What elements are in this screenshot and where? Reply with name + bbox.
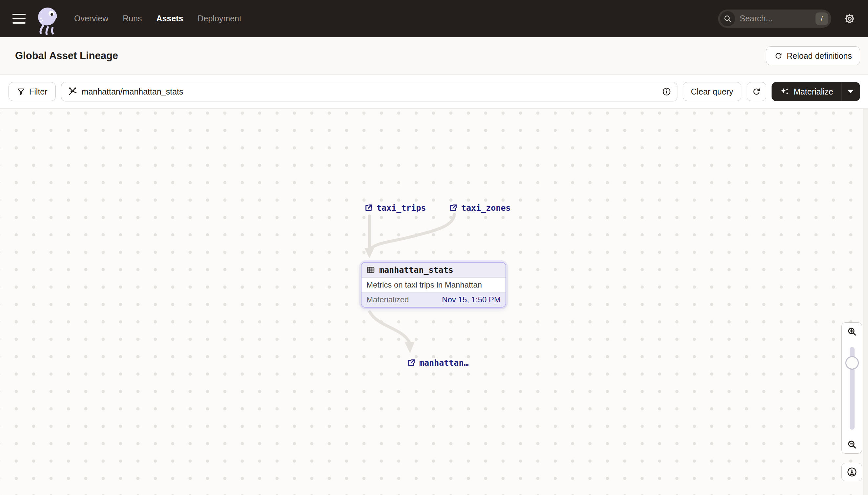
asset-card-header: manhattan_stats xyxy=(361,262,506,278)
materialize-dropdown-button[interactable] xyxy=(842,82,860,101)
dagster-logo[interactable] xyxy=(37,2,60,35)
search-icon xyxy=(720,11,735,26)
asset-node-label: manhattan… xyxy=(419,358,469,368)
global-search[interactable]: / xyxy=(718,10,831,28)
zoom-out-icon xyxy=(847,440,857,449)
reload-definitions-button[interactable]: Reload definitions xyxy=(766,46,860,65)
sparkle-icon xyxy=(780,87,790,97)
lineage-canvas[interactable]: taxi_trips taxi_zones manhattan_stats xyxy=(0,109,868,495)
asset-node-label: taxi_zones xyxy=(461,203,511,213)
clear-query-label: Clear query xyxy=(691,87,733,97)
asset-query-input[interactable] xyxy=(82,87,657,97)
zoom-out-button[interactable] xyxy=(842,435,862,454)
filter-button[interactable]: Filter xyxy=(8,82,56,101)
zoom-slider xyxy=(842,340,862,436)
download-icon xyxy=(847,467,857,477)
materialize-main[interactable]: Materialize xyxy=(772,82,841,101)
asset-node-taxi-zones[interactable]: taxi_zones xyxy=(449,203,511,213)
asset-card-manhattan-stats[interactable]: manhattan_stats Metrics on taxi trips in… xyxy=(361,262,506,308)
zoom-slider-handle[interactable] xyxy=(845,356,859,370)
info-icon[interactable] xyxy=(662,87,671,96)
asset-node-taxi-trips[interactable]: taxi_trips xyxy=(364,203,426,213)
chevron-down-icon xyxy=(848,90,853,93)
page-header: Global Asset Lineage Reload definitions xyxy=(0,37,868,75)
nav-item-assets[interactable]: Assets xyxy=(157,14,183,23)
lineage-toolbar: Filter Clear query xyxy=(0,75,868,109)
reload-icon xyxy=(774,52,783,60)
asset-card-footer: Materialized Nov 15, 1:50 PM xyxy=(361,292,506,307)
funnel-icon xyxy=(17,87,25,96)
nav-links: Overview Runs Assets Deployment xyxy=(74,14,242,23)
nav-right: / xyxy=(718,10,855,28)
reload-definitions-label: Reload definitions xyxy=(787,51,852,61)
asset-node-manhattan-truncated[interactable]: manhattan… xyxy=(407,358,469,368)
external-link-icon xyxy=(364,204,373,212)
nav-item-overview[interactable]: Overview xyxy=(74,14,108,23)
status-timestamp[interactable]: Nov 15, 1:50 PM xyxy=(442,295,501,304)
zoom-in-icon xyxy=(847,327,857,337)
external-link-icon xyxy=(407,358,415,367)
filter-label: Filter xyxy=(29,87,48,97)
materialize-button[interactable]: Materialize xyxy=(772,82,860,101)
refresh-icon xyxy=(752,87,761,96)
status-label: Materialized xyxy=(367,295,409,304)
top-nav: Overview Runs Assets Deployment / xyxy=(0,0,868,37)
lineage-splat-icon xyxy=(67,87,77,97)
zoom-controls xyxy=(842,322,862,481)
nav-item-runs[interactable]: Runs xyxy=(123,14,142,23)
gear-icon[interactable] xyxy=(844,13,855,24)
asset-card-description: Metrics on taxi trips in Manhattan xyxy=(361,278,506,292)
search-input[interactable] xyxy=(735,14,816,23)
canvas-scrollbar[interactable] xyxy=(863,109,868,495)
table-icon xyxy=(367,266,375,274)
search-shortcut-badge: / xyxy=(816,13,828,25)
page-title: Global Asset Lineage xyxy=(15,50,118,62)
asset-node-label: taxi_trips xyxy=(377,203,426,213)
asset-card-name: manhattan_stats xyxy=(379,265,453,275)
hamburger-menu-icon[interactable] xyxy=(13,14,25,24)
materialize-label: Materialize xyxy=(794,87,833,97)
nav-item-deployment[interactable]: Deployment xyxy=(198,14,242,23)
zoom-in-button[interactable] xyxy=(842,322,862,341)
clear-query-button[interactable]: Clear query xyxy=(683,82,741,101)
external-link-icon xyxy=(449,204,458,212)
asset-query-field[interactable] xyxy=(61,82,677,101)
download-view-button[interactable] xyxy=(842,463,862,481)
refresh-button[interactable] xyxy=(747,82,766,101)
